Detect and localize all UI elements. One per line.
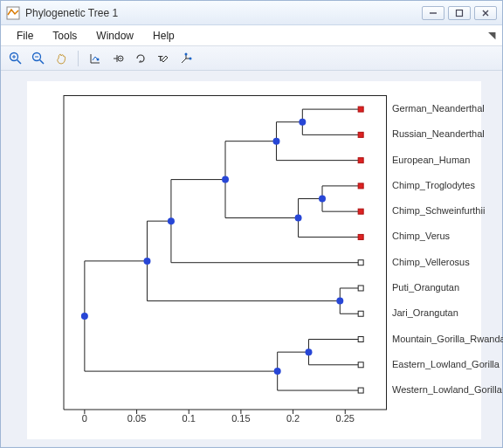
svg-point-10 xyxy=(97,58,100,60)
leaf-label: Puti_Orangutan xyxy=(392,282,459,293)
svg-point-13 xyxy=(185,52,188,55)
rename-icon[interactable]: T xyxy=(154,49,173,68)
prune-icon[interactable] xyxy=(176,49,196,68)
svg-rect-69 xyxy=(358,362,363,368)
svg-point-57 xyxy=(274,368,281,375)
svg-point-49 xyxy=(272,138,279,145)
titlebar: Phylogenetic Tree 1 xyxy=(1,1,502,25)
svg-rect-59 xyxy=(358,107,363,112)
toolbar-separator xyxy=(78,51,79,66)
svg-point-52 xyxy=(222,176,229,183)
svg-rect-2 xyxy=(457,10,463,16)
svg-point-58 xyxy=(81,313,88,320)
plot-area: German_NeanderthalRussian_NeanderthalEur… xyxy=(27,81,481,439)
zoom-out-icon[interactable] xyxy=(29,49,48,68)
svg-point-14 xyxy=(189,57,192,59)
svg-rect-63 xyxy=(358,209,363,214)
svg-rect-61 xyxy=(358,158,363,163)
x-tick-label: 0.15 xyxy=(231,413,250,424)
x-tick-label: 0.2 xyxy=(286,413,300,424)
svg-point-48 xyxy=(299,119,306,126)
menu-tools[interactable]: Tools xyxy=(44,28,86,44)
figure-canvas: German_NeanderthalRussian_NeanderthalEur… xyxy=(1,71,502,446)
x-tick-label: 0 xyxy=(82,413,87,424)
svg-point-51 xyxy=(295,214,302,221)
svg-rect-67 xyxy=(358,311,363,316)
svg-rect-66 xyxy=(358,286,363,291)
window-buttons xyxy=(422,6,497,20)
svg-rect-64 xyxy=(358,234,363,239)
rotate-icon[interactable] xyxy=(131,49,150,68)
svg-line-4 xyxy=(17,59,22,64)
app-icon xyxy=(6,6,20,20)
svg-point-53 xyxy=(168,217,175,224)
svg-rect-62 xyxy=(358,183,363,189)
leaf-label: European_Human xyxy=(392,155,470,165)
leaf-label: Chimp_Troglodytes xyxy=(392,180,475,190)
toolbar: T xyxy=(1,46,502,71)
leaf-label: Chimp_Schweinfurthii xyxy=(392,205,485,216)
collapse-icon[interactable] xyxy=(108,49,127,68)
zoom-in-icon[interactable] xyxy=(6,49,25,68)
svg-rect-70 xyxy=(358,388,363,393)
undock-icon[interactable]: ◥ xyxy=(488,30,495,41)
x-tick-label: 0.25 xyxy=(336,413,355,424)
svg-rect-65 xyxy=(358,260,363,265)
pan-icon[interactable] xyxy=(52,49,71,68)
svg-point-50 xyxy=(319,196,326,203)
maximize-button[interactable] xyxy=(448,6,471,20)
menu-file[interactable]: File xyxy=(8,28,42,44)
leaf-label: German_Neanderthal xyxy=(392,103,485,114)
svg-line-8 xyxy=(40,59,45,64)
app-window: Phylogenetic Tree 1 File Tools Window He… xyxy=(0,0,503,448)
menu-window[interactable]: Window xyxy=(87,28,142,44)
svg-rect-68 xyxy=(358,337,363,342)
svg-point-55 xyxy=(143,258,150,265)
x-tick-label: 0.05 xyxy=(127,413,146,424)
leaf-label: Russian_Neanderthal xyxy=(392,128,485,139)
menu-help[interactable]: Help xyxy=(144,28,183,44)
close-button[interactable] xyxy=(474,6,497,20)
leaf-label: Chimp_Vellerosus xyxy=(392,257,470,267)
svg-point-56 xyxy=(305,348,312,355)
leaf-label: Eastern_Lowland_Gorilla xyxy=(392,359,500,369)
x-tick-label: 0.1 xyxy=(183,413,196,424)
leaf-label: Jari_Orangutan xyxy=(392,307,458,318)
leaf-label: Mountain_Gorilla_Rwanda xyxy=(392,334,503,344)
inspect-icon[interactable] xyxy=(86,49,105,68)
svg-point-54 xyxy=(336,298,343,305)
svg-rect-60 xyxy=(358,132,363,137)
menubar: File Tools Window Help ◥ xyxy=(1,25,502,46)
leaf-label: Western_Lowland_Gorilla xyxy=(392,384,502,395)
leaf-label: Chimp_Verus xyxy=(392,231,450,241)
window-title: Phylogenetic Tree 1 xyxy=(25,7,422,19)
minimize-button[interactable] xyxy=(422,6,444,20)
